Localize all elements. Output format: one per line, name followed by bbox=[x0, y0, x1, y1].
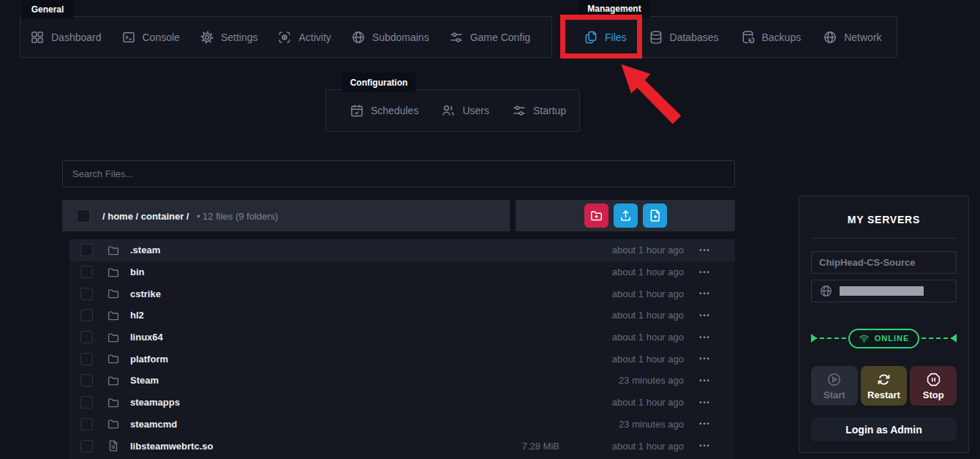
file-name: hl2 bbox=[130, 310, 472, 321]
search-input[interactable] bbox=[62, 160, 735, 187]
file-row[interactable]: linux64 about 1 hour ago ••• bbox=[69, 326, 735, 348]
file-modified: about 1 hour ago bbox=[559, 332, 684, 343]
row-menu-button[interactable]: ••• bbox=[684, 269, 726, 276]
breadcrumb-path[interactable]: / home / container / bbox=[102, 211, 189, 222]
file-actions-bar bbox=[516, 200, 735, 231]
divider bbox=[811, 238, 957, 239]
row-menu-button[interactable]: ••• bbox=[684, 334, 726, 341]
annotation-highlight-box bbox=[560, 15, 642, 59]
tab-startup[interactable]: Startup bbox=[512, 103, 566, 118]
file-modified: about 1 hour ago bbox=[559, 397, 684, 408]
restart-button[interactable]: Restart bbox=[861, 366, 908, 406]
row-checkbox[interactable] bbox=[80, 374, 93, 387]
server-status-row: ONLINE bbox=[811, 329, 957, 348]
folder-icon bbox=[107, 266, 120, 279]
configuration-group-label: Configuration bbox=[342, 72, 415, 92]
row-checkbox[interactable] bbox=[80, 266, 93, 278]
tab-backups[interactable]: Backups bbox=[741, 30, 802, 45]
panel-title: MY SERVERS bbox=[811, 214, 957, 225]
button-label: Start bbox=[823, 389, 845, 400]
file-row[interactable]: libsteamwebrtc.so 7.28 MiB about 1 hour … bbox=[69, 435, 735, 457]
database-icon bbox=[649, 30, 663, 45]
tab-settings[interactable]: Settings bbox=[200, 30, 258, 45]
tab-console[interactable]: Console bbox=[121, 30, 180, 45]
row-menu-button[interactable]: ••• bbox=[684, 290, 726, 297]
row-checkbox[interactable] bbox=[80, 418, 93, 430]
my-servers-panel: MY SERVERS ChipHead-CS-Source ONLINE Sta… bbox=[799, 195, 969, 453]
tab-label: Dashboard bbox=[51, 31, 102, 43]
file-size: 7.28 MiB bbox=[472, 441, 559, 452]
file-row[interactable]: bin about 1 hour ago ••• bbox=[69, 261, 735, 283]
calendar-icon bbox=[350, 103, 364, 118]
file-row[interactable]: hl2 about 1 hour ago ••• bbox=[69, 305, 735, 326]
folder-icon bbox=[107, 417, 120, 430]
folder-icon bbox=[107, 244, 120, 257]
row-menu-button[interactable]: ••• bbox=[684, 312, 726, 319]
row-checkbox[interactable] bbox=[80, 440, 93, 452]
server-name: ChipHead-CS-Source bbox=[819, 257, 915, 268]
row-menu-button[interactable]: ••• bbox=[684, 377, 726, 384]
file-name: Steam bbox=[130, 375, 472, 386]
file-modified: about 1 hour ago bbox=[559, 245, 684, 255]
folder-icon bbox=[107, 331, 120, 344]
file-row[interactable]: steamcmd 23 minutes ago ••• bbox=[69, 414, 735, 436]
new-file-button[interactable] bbox=[643, 204, 667, 228]
file-modified: about 1 hour ago bbox=[559, 354, 684, 365]
status-text: ONLINE bbox=[875, 334, 910, 343]
row-checkbox[interactable] bbox=[80, 353, 93, 365]
row-menu-button[interactable]: ••• bbox=[684, 420, 726, 428]
file-name: linux64 bbox=[130, 332, 472, 343]
button-label: Stop bbox=[923, 389, 944, 400]
server-address-box[interactable] bbox=[811, 280, 957, 302]
file-row[interactable]: platform about 1 hour ago ••• bbox=[69, 348, 735, 370]
tab-label: Backups bbox=[762, 31, 802, 43]
play-icon bbox=[826, 372, 842, 387]
select-all-checkbox[interactable] bbox=[77, 209, 90, 223]
folder-icon bbox=[107, 309, 120, 322]
gear-icon bbox=[200, 30, 214, 45]
server-name-box[interactable]: ChipHead-CS-Source bbox=[811, 251, 957, 274]
tab-label: Network bbox=[844, 31, 881, 43]
stop-button[interactable]: Stop bbox=[910, 366, 957, 406]
tab-databases[interactable]: Databases bbox=[649, 30, 719, 45]
tab-users[interactable]: Users bbox=[441, 103, 489, 118]
row-checkbox[interactable] bbox=[80, 288, 93, 300]
row-menu-button[interactable]: ••• bbox=[684, 399, 726, 406]
file-row[interactable]: cstrike about 1 hour ago ••• bbox=[69, 283, 735, 305]
globe-icon bbox=[819, 284, 833, 298]
tab-dashboard[interactable]: Dashboard bbox=[30, 30, 102, 45]
file-modified: 23 minutes ago bbox=[559, 375, 684, 386]
tab-label: Game Config bbox=[470, 31, 530, 43]
tab-label: Databases bbox=[670, 31, 719, 43]
tab-activity[interactable]: Activity bbox=[277, 30, 331, 45]
row-menu-button[interactable]: ••• bbox=[684, 355, 726, 362]
row-checkbox[interactable] bbox=[80, 396, 93, 408]
file-row[interactable]: Steam 23 minutes ago ••• bbox=[69, 370, 735, 392]
tab-label: Console bbox=[143, 31, 180, 43]
row-checkbox[interactable] bbox=[80, 309, 93, 321]
tab-label: Startup bbox=[533, 105, 566, 116]
sliders-icon bbox=[512, 103, 527, 118]
login-as-admin-button[interactable]: Login as Admin bbox=[811, 417, 957, 441]
file-plus-icon bbox=[648, 209, 662, 223]
file-row[interactable]: steamapps about 1 hour ago ••• bbox=[69, 392, 735, 414]
file-row[interactable]: .steam about 1 hour ago ••• bbox=[69, 239, 735, 261]
tab-schedules[interactable]: Schedules bbox=[350, 103, 418, 118]
general-nav: Dashboard Console Settings Activity Subd… bbox=[20, 16, 552, 58]
tab-game-config[interactable]: Game Config bbox=[449, 30, 530, 45]
folder-icon bbox=[107, 287, 120, 300]
start-button[interactable]: Start bbox=[811, 366, 858, 406]
tab-subdomains[interactable]: Subdomains bbox=[351, 30, 429, 45]
annotation-arrow-icon bbox=[613, 60, 686, 130]
file-modified: 23 minutes ago bbox=[559, 419, 684, 430]
row-menu-button[interactable]: ••• bbox=[684, 442, 726, 449]
row-checkbox[interactable] bbox=[80, 331, 93, 343]
row-checkbox[interactable] bbox=[80, 244, 93, 256]
new-folder-button[interactable] bbox=[584, 204, 608, 228]
tab-network[interactable]: Network bbox=[823, 30, 881, 45]
upload-button[interactable] bbox=[614, 204, 638, 228]
file-name: steamcmd bbox=[130, 419, 472, 430]
restart-icon bbox=[876, 372, 892, 387]
status-badge: ONLINE bbox=[848, 329, 920, 348]
row-menu-button[interactable]: ••• bbox=[684, 247, 726, 254]
